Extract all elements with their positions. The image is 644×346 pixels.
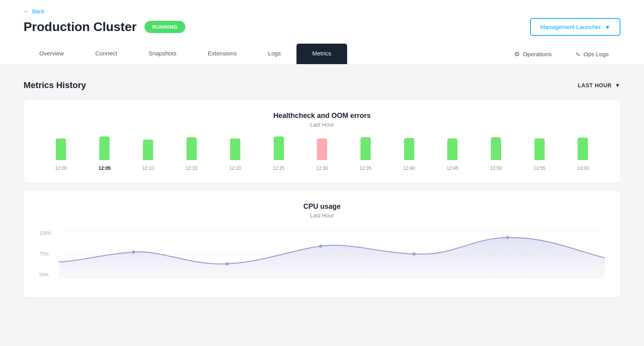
bar[interactable]: [99, 136, 110, 160]
time-selector[interactable]: LAST HOUR ▼: [578, 82, 620, 88]
bar-time-label: 12:00: [55, 166, 67, 171]
chevron-down-icon: ▼: [615, 82, 620, 88]
chevron-down-icon: ▼: [605, 24, 610, 30]
healthcheck-chart-subtitle: Last Hour: [39, 121, 605, 128]
healthcheck-chart-title: Healthcheck and OOM errors: [39, 112, 605, 120]
svg-point-2: [319, 245, 322, 248]
y-label-50: 50%: [39, 272, 57, 278]
bar-time-label: 12:30: [316, 166, 328, 171]
cpu-chart-card: CPU usage Last Hour 100% 75% 50%: [24, 191, 620, 297]
bar[interactable]: [230, 138, 240, 160]
title-left: Production Cluster RUNNING: [24, 20, 185, 34]
bar-column: 12:50: [490, 137, 502, 171]
bar-column: 12:55: [534, 138, 545, 171]
tab-operations[interactable]: ⚙ Operations: [502, 44, 563, 64]
y-label-100: 100%: [39, 230, 57, 236]
bar-column: 12:35: [360, 137, 371, 171]
cpu-chart-title: CPU usage: [39, 202, 605, 211]
bar-time-label: 12:05: [99, 166, 111, 171]
cpu-chart-subtitle: Last Hour: [39, 212, 605, 219]
bar[interactable]: [491, 137, 501, 160]
bar-time-label: 12:10: [142, 166, 154, 171]
bar-column: 12:15: [186, 137, 198, 171]
bar-column: 12:40: [403, 138, 415, 171]
page-title: Production Cluster: [24, 20, 137, 34]
ops-logs-icon: ∿: [575, 50, 580, 58]
bar[interactable]: [143, 140, 153, 160]
tab-extensions[interactable]: Extensions: [192, 44, 252, 64]
cpu-chart-area: 100% 75% 50%: [39, 230, 605, 285]
healthcheck-chart-card: Healthcheck and OOM errors Last Hour 12:…: [24, 100, 620, 183]
bar-time-label: 12:45: [446, 166, 458, 171]
status-badge: RUNNING: [145, 21, 185, 33]
cpu-line-chart: [59, 230, 605, 278]
svg-point-3: [413, 252, 416, 256]
svg-point-0: [132, 250, 135, 254]
bar-column: 12:00: [55, 138, 67, 171]
bar[interactable]: [317, 138, 327, 160]
y-axis-labels: 100% 75% 50%: [39, 230, 57, 278]
bar-time-label: 12:50: [490, 166, 502, 171]
gear-icon: ⚙: [514, 50, 520, 58]
tab-connect[interactable]: Connect: [80, 44, 133, 64]
bar-column: 12:30: [316, 138, 328, 171]
tab-logs[interactable]: Logs: [252, 44, 297, 64]
cpu-svg-container: [59, 230, 605, 278]
bar-time-label: 12:15: [186, 166, 198, 171]
tab-metrics[interactable]: Metrics: [296, 44, 347, 64]
tab-snapshots[interactable]: Snapshots: [133, 44, 192, 64]
management-launcher-button[interactable]: Management Launcher ▼: [530, 18, 620, 36]
healthcheck-bar-chart: 12:0012:0512:1012:1512:2012:2512:3012:35…: [39, 140, 605, 171]
bar[interactable]: [404, 138, 414, 160]
title-row: Production Cluster RUNNING Management La…: [24, 18, 620, 36]
bar-column: 13:00: [577, 138, 589, 171]
bar-column: 12:45: [446, 138, 458, 171]
back-link[interactable]: ← Back: [24, 8, 620, 15]
bar-column: 12:20: [229, 138, 241, 171]
bar[interactable]: [578, 138, 588, 160]
bar[interactable]: [447, 138, 457, 160]
svg-point-4: [506, 236, 509, 239]
back-arrow-icon: ←: [24, 8, 30, 15]
bar-time-label: 12:40: [403, 166, 415, 171]
page-header: ← Back Production Cluster RUNNING Manage…: [0, 0, 644, 64]
tab-overview[interactable]: Overview: [24, 44, 80, 64]
tab-ops-logs[interactable]: ∿ Ops Logs: [564, 44, 620, 64]
metrics-section-title: Metrics History: [24, 80, 86, 90]
bar-time-label: 13:00: [577, 166, 589, 171]
bar[interactable]: [534, 138, 545, 160]
bar[interactable]: [360, 137, 371, 160]
bar-column: 12:05: [99, 136, 111, 171]
back-label: Back: [32, 8, 44, 15]
bar[interactable]: [274, 136, 284, 160]
nav-tabs: Overview Connect Snapshots Extensions Lo…: [24, 44, 620, 64]
bar-time-label: 12:20: [229, 166, 241, 171]
bar-time-label: 12:35: [360, 166, 371, 171]
metrics-header: Metrics History LAST HOUR ▼: [24, 80, 620, 90]
bar-time-label: 12:25: [273, 166, 285, 171]
svg-point-1: [226, 262, 229, 265]
bar[interactable]: [187, 137, 197, 160]
y-label-75: 75%: [39, 251, 57, 257]
bar-time-label: 12:55: [534, 166, 545, 171]
bar[interactable]: [56, 138, 66, 160]
bar-column: 12:25: [273, 136, 285, 171]
nav-right: ⚙ Operations ∿ Ops Logs: [502, 44, 620, 64]
main-content: Metrics History LAST HOUR ▼ Healthcheck …: [0, 64, 644, 321]
bar-column: 12:10: [142, 140, 154, 171]
